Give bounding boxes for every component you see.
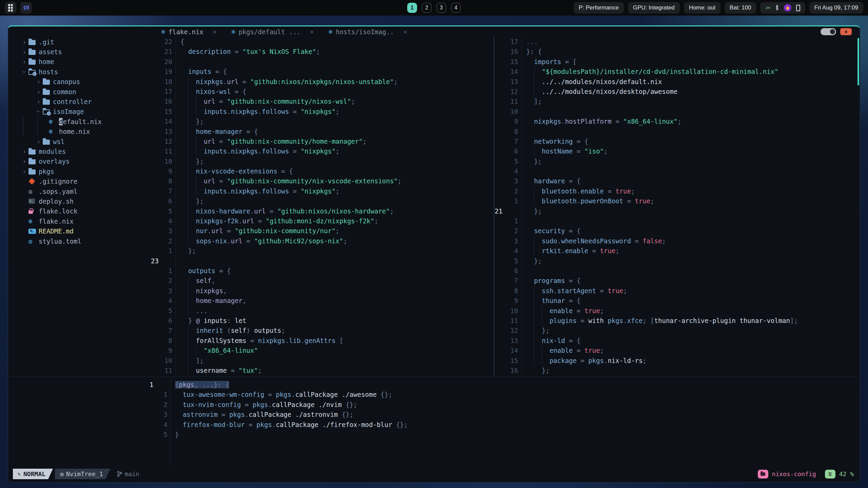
code-line[interactable]: nixpkgs.url = "github:nixos/nixpkgs/nixo… <box>180 77 494 87</box>
chevron-right-icon[interactable]: › <box>20 48 28 56</box>
editor-pane-pkgs-default[interactable]: 112345{pkgs, ...}: { tux-awesome-wm-conf… <box>151 380 860 466</box>
workspace-button-1[interactable]: 1 <box>407 3 417 13</box>
tree-item-home[interactable]: ›home <box>8 57 149 67</box>
code-line[interactable]: description = "tux's NixOS Flake"; <box>180 47 494 57</box>
scrollbar[interactable] <box>857 38 859 85</box>
code-line[interactable]: nixpkgs-f2k.url = "github:moni-dz/nixpkg… <box>180 216 494 226</box>
code-line[interactable]: }; <box>180 157 494 166</box>
code-line[interactable]: url = "github:nix-community/home-manager… <box>180 137 494 146</box>
code-line[interactable]: ]; <box>526 97 860 106</box>
tab-close-icon[interactable]: × <box>310 28 314 35</box>
code-line[interactable]: }; <box>526 157 860 166</box>
code-line[interactable]: package = pkgs.nix-ld-rs; <box>526 356 860 366</box>
tree-item-modules[interactable]: ›modules <box>8 146 149 156</box>
code-line[interactable]: networking = { <box>526 137 860 146</box>
launcher-button[interactable] <box>5 2 16 14</box>
tree-item-pkgs[interactable]: ›pkgs <box>8 166 149 176</box>
chevron-right-icon[interactable]: › <box>20 158 28 165</box>
tab-hosts-isoImag-[interactable]: ❄hosts/isoImag..× <box>329 28 407 36</box>
chevron-down-icon[interactable]: › <box>21 68 28 76</box>
code-line[interactable]: ssh.startAgent = true; <box>526 286 860 296</box>
code-line[interactable]: nixpkgs.hostPlatform = "x86_64-linux"; <box>526 117 860 126</box>
code-line[interactable]: imports = [ <box>526 57 860 67</box>
chevron-right-icon[interactable]: › <box>35 78 43 85</box>
tab-close-icon[interactable]: × <box>213 28 217 35</box>
chevron-right-icon[interactable]: › <box>20 58 28 65</box>
code-line[interactable]: url = "github:nix-community/nixos-wsl"; <box>180 97 494 106</box>
tree-item-home-nix[interactable]: ❄home.nix <box>8 127 149 137</box>
code-line[interactable] <box>180 57 494 67</box>
chevron-right-icon[interactable]: › <box>35 88 43 96</box>
code-line[interactable]: }; <box>526 206 860 216</box>
code-line[interactable]: bluetooth.powerOnBoot = true; <box>526 196 860 206</box>
code-line[interactable]: security = { <box>526 226 860 236</box>
code-line[interactable]: tux-nvim-config = pkgs.callPackage ./nvi… <box>175 400 860 410</box>
editor-pane-flake-nix[interactable]: 2221201918171615141312111098765432123123… <box>151 37 494 376</box>
code-line[interactable]: "${modulesPath}/installer/cd-dvd/install… <box>526 67 860 77</box>
code-line[interactable]: { <box>180 37 494 47</box>
tree-item-isoImage[interactable]: ›isoImage <box>8 107 149 117</box>
code-line[interactable] <box>526 166 860 176</box>
code-line[interactable]: inputs.nixpkgs.follows = "nixpkgs"; <box>180 146 494 156</box>
chevron-right-icon[interactable]: › <box>35 138 43 145</box>
code-line[interactable]: } @ inputs: let <box>180 316 494 326</box>
tree-item-stylua-toml[interactable]: ⚙stylua.toml <box>8 236 149 246</box>
workspace-button-2[interactable]: 2 <box>422 3 432 13</box>
workspace-button-4[interactable]: 4 <box>451 3 461 13</box>
code-line[interactable]: home-manager = { <box>180 127 494 137</box>
code-line[interactable]: sops-nix.url = "github:Mic92/sops-nix"; <box>180 236 494 246</box>
code-line[interactable]: home-manager, <box>180 296 494 306</box>
tree-item-default-nix[interactable]: ❄default.nix <box>8 117 149 126</box>
code-line[interactable]: sudo.wheelNeedsPassword = false; <box>526 236 860 246</box>
tree-item--gitignore[interactable]: .gitignore <box>8 176 149 186</box>
chevron-right-icon[interactable]: › <box>35 98 43 105</box>
code-line[interactable]: }; <box>526 326 860 336</box>
code-line[interactable]: thunar = { <box>526 296 860 306</box>
tree-item-hosts[interactable]: ›hosts <box>8 67 149 77</box>
code-line[interactable]: bluetooth.enable = true; <box>526 186 860 196</box>
code-line[interactable]: programs = { <box>526 276 860 286</box>
code-line[interactable] <box>526 216 860 226</box>
tree-item-README-md[interactable]: M↓README.md <box>8 226 149 236</box>
tree-item-overlays[interactable]: ›overlays <box>8 157 149 166</box>
code-line[interactable]: nix-ld = { <box>526 336 860 346</box>
horizontal-split[interactable] <box>9 377 859 377</box>
tree-item-common[interactable]: ›common <box>8 87 149 97</box>
window-close-button[interactable]: × <box>840 28 852 35</box>
nix-shell-badge[interactable]: $N <box>20 2 32 14</box>
workspace-button-3[interactable]: 3 <box>436 3 446 13</box>
code-line[interactable]: }; <box>180 246 494 256</box>
code-line[interactable]: {pkgs, ...}: { <box>175 380 860 390</box>
tab-flake-nix[interactable]: ❄flake.nix× <box>161 28 217 36</box>
code-line[interactable]: hostName = "iso"; <box>526 146 860 156</box>
code-line[interactable]: inherit (self) outputs; <box>180 326 494 336</box>
chevron-down-icon[interactable]: › <box>35 107 42 116</box>
tree-item--git[interactable]: ›.git <box>8 37 149 47</box>
window-toggle-button[interactable] <box>821 28 836 35</box>
code-line[interactable]: ... <box>180 306 494 316</box>
code-line[interactable]: username = "tux"; <box>180 366 494 375</box>
code-line[interactable]: }; <box>180 196 494 206</box>
code-line[interactable]: nix-vscode-extensions = { <box>180 166 494 176</box>
code-line[interactable]: enable = true; <box>526 346 860 355</box>
code-line[interactable]: ../../modules/nixos/default.nix <box>526 77 860 87</box>
code-line[interactable] <box>526 266 860 276</box>
tab-close-icon[interactable]: × <box>403 28 407 35</box>
code-line[interactable]: nixos-wsl = { <box>180 87 494 97</box>
code-line[interactable]: inputs.nixpkgs.follows = "nixpkgs"; <box>180 186 494 196</box>
tree-item-wsl[interactable]: ›wsl <box>8 137 149 146</box>
chevron-right-icon[interactable]: › <box>20 168 28 175</box>
code-line[interactable]: inputs = { <box>180 67 494 77</box>
tree-item-deploy-sh[interactable]: ❯_deploy.sh <box>8 196 149 206</box>
code-line[interactable] <box>180 256 494 266</box>
code-line[interactable]: forAllSystems = nixpkgs.lib.genAttrs [ <box>180 336 494 346</box>
tree-item-canopus[interactable]: ›canopus <box>8 77 149 87</box>
code-line[interactable]: tux-awesome-wm-config = pkgs.callPackage… <box>175 390 860 400</box>
code-line[interactable]: outputs = { <box>180 266 494 276</box>
code-line[interactable]: nixos-hardware.url = "github:nixos/nixos… <box>180 206 494 216</box>
chevron-right-icon[interactable]: › <box>20 148 28 155</box>
code-line[interactable]: rtkit.enable = true; <box>526 246 860 256</box>
code-line[interactable]: firefox-mod-blur = pkgs.callPackage ./fi… <box>175 420 860 430</box>
chevron-right-icon[interactable]: › <box>20 38 28 46</box>
code-line[interactable]: hardware = { <box>526 176 860 186</box>
